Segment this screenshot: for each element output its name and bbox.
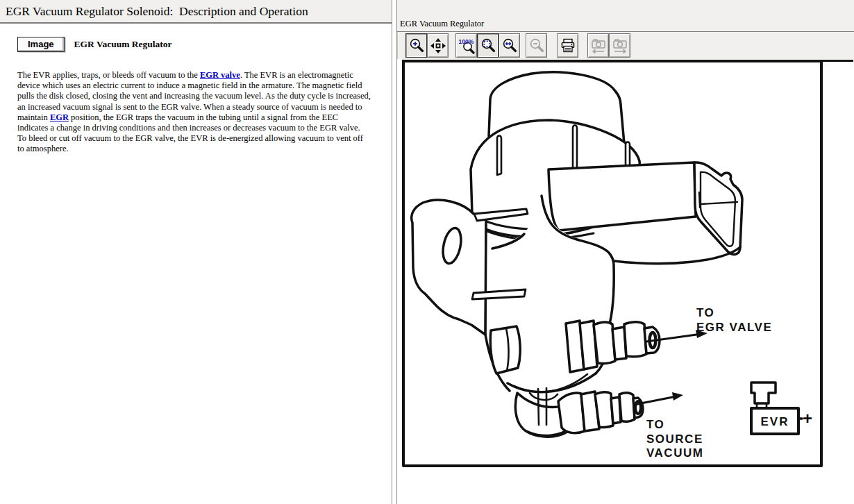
paragraph-text: The EVR applies, traps, or bleeds off va… xyxy=(17,70,200,80)
paragraph-text: position, the EGR traps the vacuum in th… xyxy=(17,112,363,154)
egr-regulator-drawing: TO EGR VALVE TO SOURCE VACUUM EVR + xyxy=(402,60,823,468)
zoom-out-button[interactable] xyxy=(526,33,547,58)
label-to-egr-line2: EGR VALVE xyxy=(696,321,772,334)
viewer-toolbar: 100% xyxy=(397,32,854,59)
vent-pin xyxy=(573,126,577,173)
label-to-source-line1: TO xyxy=(646,418,664,431)
label-to-egr-line1: TO xyxy=(696,306,714,319)
description-content: Image EGR Vacuum Regulator The EVR appli… xyxy=(0,37,392,155)
zoom-in-button[interactable] xyxy=(405,33,427,58)
magnifier-100-icon: 100% xyxy=(458,37,475,54)
section-heading: EGR Vacuum Regulator xyxy=(74,39,172,50)
zoom-100-button[interactable]: 100% xyxy=(455,33,477,58)
page-title: EGR Vacuum Regulator Solenoid: Descripti… xyxy=(0,0,392,19)
pane-splitter[interactable] xyxy=(392,0,397,504)
page-header: EGR Vacuum Regulator Solenoid: Descripti… xyxy=(0,0,392,24)
next-image-button[interactable] xyxy=(609,33,630,58)
prev-image-button[interactable] xyxy=(587,33,609,58)
image-button[interactable]: Image xyxy=(17,37,65,52)
pan-button[interactable] xyxy=(427,33,449,58)
description-pane: EGR Vacuum Regulator Solenoid: Descripti… xyxy=(0,0,392,504)
evr-plus-terminal: + xyxy=(803,409,812,428)
viewer-header: EGR Vacuum Regulator xyxy=(397,0,854,32)
label-to-source-line3: VACUUM xyxy=(646,446,703,460)
diagram-image[interactable]: TO EGR VALVE TO SOURCE VACUUM EVR + xyxy=(402,60,823,468)
image-heading-row: Image EGR Vacuum Regulator xyxy=(17,37,392,52)
printer-icon xyxy=(560,37,576,54)
vent-pin xyxy=(497,136,501,176)
image-viewer-pane: EGR Vacuum Regulator 100% xyxy=(397,0,854,504)
application-window: { "window": { "title": "EGR Vacuum Regul… xyxy=(0,0,854,504)
magnifier-plus-icon xyxy=(408,37,425,54)
camera-right-icon xyxy=(612,37,628,54)
vent-pin xyxy=(626,142,630,169)
viewer-title: EGR Vacuum Regulator xyxy=(400,19,484,29)
zoom-100-label: 100% xyxy=(458,38,474,45)
egr-link[interactable]: EGR xyxy=(50,112,69,122)
pan-arrows-icon xyxy=(430,37,446,54)
print-button[interactable] xyxy=(557,33,578,58)
magnifier-minus-icon xyxy=(528,37,545,54)
fit-width-button[interactable] xyxy=(499,33,520,58)
label-evr: EVR xyxy=(761,415,789,428)
fit-page-button[interactable] xyxy=(477,33,499,58)
magnifier-width-icon xyxy=(501,37,518,54)
egr-valve-link[interactable]: EGR valve xyxy=(200,70,240,80)
camera-left-icon xyxy=(590,37,607,54)
description-paragraph: The EVR applies, traps, or bleeds off va… xyxy=(17,70,371,155)
label-to-source-line2: SOURCE xyxy=(646,432,703,446)
magnifier-fit-icon xyxy=(480,37,496,54)
left-collar xyxy=(490,326,520,373)
